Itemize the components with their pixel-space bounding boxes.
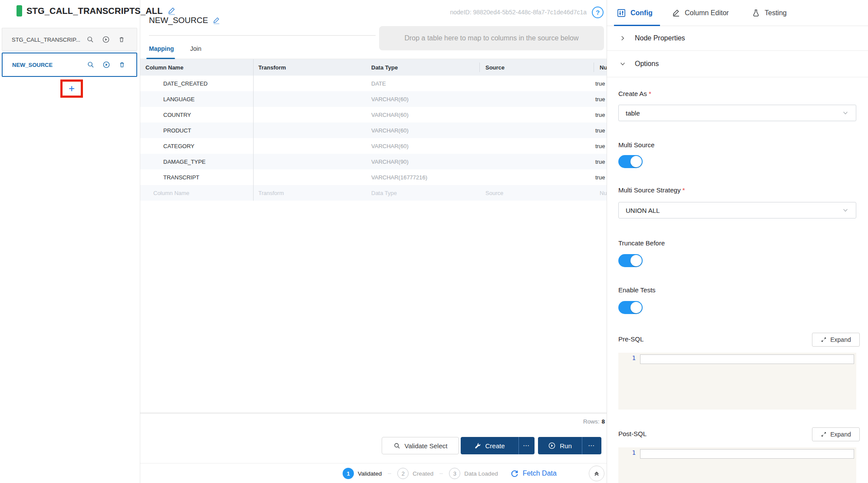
help-icon[interactable]: ? xyxy=(592,7,604,18)
fetch-data-button[interactable]: Fetch Data xyxy=(510,469,557,478)
flask-icon xyxy=(752,9,760,17)
header-nullable: Nul xyxy=(600,64,607,71)
placeholder-nullable[interactable]: Nul xyxy=(600,190,607,196)
table-row[interactable]: DATE_CREATED DATE true xyxy=(140,76,607,91)
post-sql-input[interactable] xyxy=(640,449,854,459)
truncate-before-toggle[interactable] xyxy=(618,254,643,267)
step-label: Created xyxy=(413,470,433,477)
step-label: Data Loaded xyxy=(464,470,498,477)
run-more-button[interactable]: ⋯ xyxy=(582,437,601,454)
tab-column-editor[interactable]: Column Editor xyxy=(672,0,729,26)
create-as-label: Create As* xyxy=(618,90,651,97)
post-sql-expand-button[interactable]: Expand xyxy=(812,427,860,441)
cell-nullable[interactable]: true xyxy=(595,96,605,103)
preview-icon[interactable] xyxy=(86,36,94,43)
cell-data-type[interactable]: VARCHAR(60) xyxy=(371,96,409,103)
create-split-button: Create ⋯ xyxy=(461,437,535,454)
action-buttons-bar: Validate Select Create ⋯ Run ⋯ xyxy=(140,437,607,454)
table-row[interactable]: PRODUCT VARCHAR(60) true xyxy=(140,122,607,138)
double-chevron-up-icon xyxy=(593,470,601,477)
tab-config[interactable]: Config xyxy=(617,0,653,26)
sidebar-item-new-source[interactable]: NEW_SOURCE xyxy=(2,53,137,77)
header-column-name: Column Name xyxy=(145,64,183,71)
cell-column-name[interactable]: DATE_CREATED xyxy=(163,80,208,87)
cell-column-name[interactable]: PRODUCT xyxy=(163,127,191,134)
edit-source-name-icon[interactable] xyxy=(212,17,221,25)
cell-data-type[interactable]: VARCHAR(60) xyxy=(371,112,409,118)
sidebar-item-stg-call-transcripts[interactable]: STG_CALL_TRANSCRIP... xyxy=(2,28,137,51)
preview-icon[interactable] xyxy=(87,61,95,69)
rows-value: 8 xyxy=(601,418,605,425)
edit-title-icon[interactable] xyxy=(167,7,176,16)
delete-icon[interactable] xyxy=(118,61,126,69)
run-button[interactable]: Run xyxy=(538,437,582,454)
run-icon[interactable] xyxy=(102,36,110,43)
placeholder-column-name[interactable]: Column Name xyxy=(153,190,189,196)
cell-column-name[interactable]: TRANSCRIPT xyxy=(163,174,199,181)
pre-sql-input[interactable] xyxy=(640,354,854,364)
table-row[interactable]: TRANSCRIPT VARCHAR(16777216) true xyxy=(140,169,607,185)
placeholder-data-type[interactable]: Data Type xyxy=(371,190,397,196)
collapse-panel-button[interactable] xyxy=(589,466,604,481)
placeholder-source[interactable]: Source xyxy=(485,190,503,196)
cell-nullable[interactable]: true xyxy=(595,80,605,87)
placeholder-transform[interactable]: Transform xyxy=(258,190,284,196)
run-icon[interactable] xyxy=(102,61,110,69)
pre-sql-label: Pre-SQL xyxy=(618,335,644,343)
table-bottom-divider xyxy=(140,413,607,414)
section-options[interactable]: Options xyxy=(607,51,868,77)
cell-nullable[interactable]: true xyxy=(595,143,605,149)
pre-sql-expand-button[interactable]: Expand xyxy=(812,333,860,347)
create-more-button[interactable]: ⋯ xyxy=(518,437,534,454)
section-node-properties[interactable]: Node Properties xyxy=(607,26,868,51)
tab-testing[interactable]: Testing xyxy=(752,0,787,26)
column-divider xyxy=(253,59,254,201)
delete-icon[interactable] xyxy=(118,36,125,43)
table-row[interactable]: COUNTRY VARCHAR(60) true xyxy=(140,107,607,122)
run-split-button: Run ⋯ xyxy=(538,437,601,454)
more-icon: ⋯ xyxy=(588,442,595,450)
header-data-type: Data Type xyxy=(371,64,398,71)
step-number: 2 xyxy=(397,468,409,479)
enable-tests-toggle[interactable] xyxy=(618,301,643,314)
pencil-icon xyxy=(672,9,680,17)
cell-data-type[interactable]: VARCHAR(60) xyxy=(371,143,409,149)
cell-column-name[interactable]: LANGUAGE xyxy=(163,96,195,103)
play-circle-icon xyxy=(548,442,556,450)
validate-select-button[interactable]: Validate Select xyxy=(382,437,459,454)
cell-nullable[interactable]: true xyxy=(595,112,605,118)
create-as-select[interactable]: table xyxy=(618,105,856,121)
cell-column-name[interactable]: DAMAGE_TYPE xyxy=(163,159,206,165)
cell-nullable[interactable]: true xyxy=(595,174,605,181)
header-divider xyxy=(594,63,594,72)
multi-source-strategy-select[interactable]: UNION ALL xyxy=(618,202,856,218)
expand-icon xyxy=(821,337,827,343)
table-row[interactable]: LANGUAGE VARCHAR(60) true xyxy=(140,91,607,107)
cell-data-type[interactable]: VARCHAR(60) xyxy=(371,127,409,134)
cell-nullable[interactable]: true xyxy=(595,159,605,165)
cell-nullable[interactable]: true xyxy=(595,127,605,134)
chevron-down-icon xyxy=(842,207,849,214)
expand-label: Expand xyxy=(830,336,851,343)
table-row[interactable]: DAMAGE_TYPE VARCHAR(90) true xyxy=(140,154,607,169)
cell-data-type[interactable]: VARCHAR(16777216) xyxy=(371,174,427,181)
status-steps: 1 Validated 2 Created 3 Data Loaded Fetc… xyxy=(343,463,557,483)
cell-column-name[interactable]: COUNTRY xyxy=(163,112,191,118)
table-row[interactable]: CATEGORY VARCHAR(60) true xyxy=(140,138,607,154)
step-data-loaded: 3 Data Loaded xyxy=(449,468,498,479)
tab-mapping[interactable]: Mapping xyxy=(149,45,174,52)
new-row-placeholder[interactable]: Column Name Transform Data Type Source N… xyxy=(140,185,607,201)
pre-sql-editor[interactable]: 1 xyxy=(618,353,856,410)
multi-source-toggle[interactable] xyxy=(618,155,643,168)
rows-label: Rows: xyxy=(583,418,600,425)
toggle-knob xyxy=(630,255,642,266)
post-sql-editor[interactable]: 1 xyxy=(618,447,856,483)
add-source-button[interactable]: + xyxy=(60,79,83,98)
create-button[interactable]: Create xyxy=(461,437,518,454)
cell-column-name[interactable]: CATEGORY xyxy=(163,143,195,149)
config-panel-tabs: Config Column Editor Testing xyxy=(607,0,868,26)
cell-data-type[interactable]: VARCHAR(90) xyxy=(371,159,409,165)
step-connector xyxy=(439,473,443,474)
cell-data-type[interactable]: DATE xyxy=(371,80,386,87)
tab-join[interactable]: Join xyxy=(190,45,201,52)
